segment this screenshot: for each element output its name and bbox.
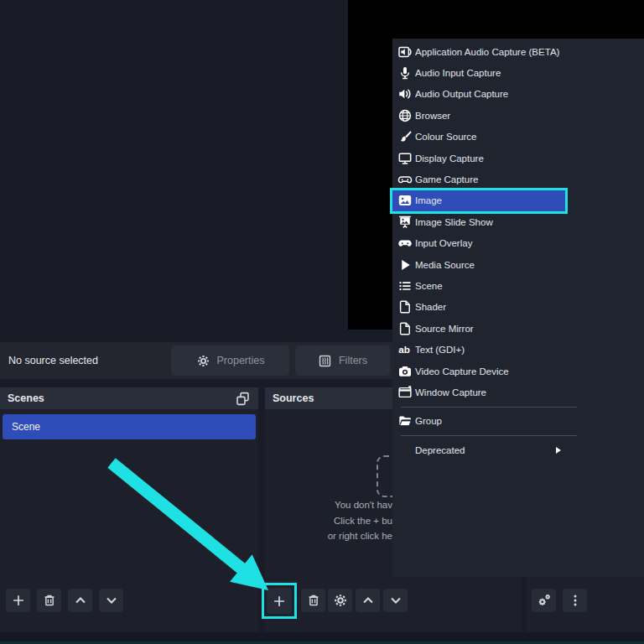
- remove-scene-button[interactable]: [37, 589, 61, 612]
- menu-item-media-source[interactable]: Media Source: [392, 254, 644, 275]
- menu-item-label: Browser: [415, 111, 450, 121]
- gear-icon: [196, 354, 210, 368]
- properties-button[interactable]: Properties: [171, 345, 289, 376]
- gamepad-icon: [397, 236, 413, 251]
- empty-line-1: You don't hav: [265, 497, 392, 513]
- window-icon: [397, 385, 413, 400]
- menu-item-label: Audio Input Capture: [415, 68, 501, 78]
- empty-line-2: Click the + bu: [265, 513, 392, 529]
- menu-item-label: Application Audio Capture (BETA): [415, 47, 559, 57]
- speaker-icon: [397, 86, 413, 101]
- menu-item-label: Image Slide Show: [415, 217, 493, 227]
- scene-move-down-button[interactable]: [99, 589, 123, 612]
- chevron-up-icon: [73, 593, 88, 608]
- duplicate-scene-icon[interactable]: [235, 391, 251, 407]
- scene-list-item[interactable]: Scene: [3, 414, 256, 439]
- sources-title: Sources: [273, 392, 314, 404]
- plus-icon: [11, 593, 26, 608]
- menu-item-label: Image: [415, 195, 442, 205]
- app-audio-capture-icon: [397, 44, 413, 60]
- camera-icon: [397, 364, 413, 379]
- folder-icon: [397, 413, 413, 428]
- filters-label: Filters: [339, 355, 367, 366]
- monitor-icon: [397, 151, 413, 166]
- chevron-down-icon: [104, 593, 119, 608]
- menu-item-label: Shader: [415, 302, 446, 312]
- no-source-selected-text: No source selected: [8, 342, 98, 379]
- source-properties-button[interactable]: [328, 589, 352, 612]
- obs-window: No source selected Properties Filters Sc…: [0, 0, 644, 644]
- menu-item-browser[interactable]: Browser: [392, 105, 644, 126]
- menu-item-label: Input Overlay: [415, 238, 472, 248]
- add-scene-button[interactable]: [6, 589, 30, 612]
- kebab-menu-icon: [568, 593, 583, 608]
- menu-item-text-gdi[interactable]: abText (GDI+): [392, 339, 644, 360]
- submenu-arrow-icon: [554, 446, 563, 454]
- trash-icon: [306, 593, 321, 608]
- menu-item-label: Group: [415, 416, 442, 426]
- add-source-menu: Application Audio Capture (BETA)Audio In…: [392, 39, 644, 577]
- menu-item-label: Window Capture: [415, 387, 486, 397]
- menu-item-colour-source[interactable]: Colour Source: [392, 127, 644, 148]
- menu-item-window-capture[interactable]: Window Capture: [392, 382, 644, 402]
- menu-item-label: Scene: [415, 281, 443, 291]
- text-ab-icon: ab: [397, 342, 413, 357]
- filters-button[interactable]: Filters: [295, 345, 390, 376]
- menu-item-source-mirror[interactable]: Source Mirror: [392, 318, 644, 339]
- menu-item-label: Source Mirror: [415, 324, 474, 334]
- menu-item-video-capture-device[interactable]: Video Capture Device: [392, 361, 644, 382]
- gear-icon: [333, 593, 348, 608]
- source-move-down-button[interactable]: [383, 589, 408, 612]
- menu-item-label: Text (GDI+): [415, 345, 465, 355]
- gamepad-outline-icon: [397, 172, 413, 187]
- add-source-button[interactable]: [267, 588, 292, 614]
- menu-item-image-slide-show[interactable]: Image Slide Show: [392, 211, 644, 232]
- remove-source-button[interactable]: [301, 589, 325, 612]
- svg-text:ab: ab: [398, 344, 410, 355]
- chevron-down-icon: [388, 593, 403, 608]
- menu-item-label: Video Capture Device: [415, 366, 509, 377]
- menu-item-scene[interactable]: Scene: [392, 275, 644, 296]
- menu-separator: [401, 435, 577, 436]
- empty-sources-text: You don't hav Click the + bu or right cl…: [265, 497, 392, 544]
- menu-item-label: Display Capture: [415, 153, 484, 164]
- menu-item-deprecated[interactable]: Deprecated: [392, 439, 644, 460]
- add-source-highlight-box: [262, 583, 297, 619]
- menu-item-game-capture[interactable]: Game Capture: [392, 169, 644, 190]
- mixer-menu-button[interactable]: [563, 589, 587, 612]
- menu-item-display-capture[interactable]: Display Capture: [392, 148, 644, 169]
- menu-item-application-audio-capture-beta[interactable]: Application Audio Capture (BETA): [392, 41, 644, 62]
- properties-label: Properties: [217, 355, 265, 366]
- menu-item-label: Colour Source: [415, 132, 477, 142]
- plus-icon: [272, 594, 287, 609]
- globe-icon: [397, 108, 413, 123]
- play-icon: [397, 257, 413, 273]
- advanced-audio-button[interactable]: [532, 589, 556, 612]
- scene-move-up-button[interactable]: [68, 589, 92, 612]
- menu-item-input-overlay[interactable]: Input Overlay: [392, 233, 644, 254]
- menu-item-audio-input-capture[interactable]: Audio Input Capture: [392, 62, 644, 83]
- menu-item-image[interactable]: Image: [392, 190, 565, 211]
- menu-item-label: Game Capture: [415, 174, 478, 184]
- filter-icon: [318, 354, 332, 368]
- file-icon: [397, 321, 413, 336]
- menu-item-shader[interactable]: Shader: [392, 297, 644, 318]
- microphone-icon: [397, 65, 413, 80]
- scenes-header: Scenes: [0, 387, 258, 409]
- menu-item-audio-output-capture[interactable]: Audio Output Capture: [392, 84, 644, 105]
- slideshow-icon: [397, 215, 413, 230]
- gears-icon: [537, 593, 552, 608]
- source-move-up-button[interactable]: [356, 589, 380, 612]
- empty-line-3: or right click he: [265, 528, 392, 544]
- paintbrush-icon: [397, 129, 413, 144]
- chevron-up-icon: [361, 593, 376, 608]
- scene-label: Scene: [12, 421, 40, 433]
- image-icon: [397, 193, 413, 208]
- file-icon: [397, 299, 413, 314]
- menu-item-group[interactable]: Group: [392, 411, 644, 432]
- menu-separator: [401, 407, 577, 408]
- menu-item-label: Deprecated: [415, 445, 465, 455]
- list-icon: [397, 278, 413, 293]
- scenes-title: Scenes: [8, 392, 44, 404]
- menu-item-label: Audio Output Capture: [415, 89, 508, 99]
